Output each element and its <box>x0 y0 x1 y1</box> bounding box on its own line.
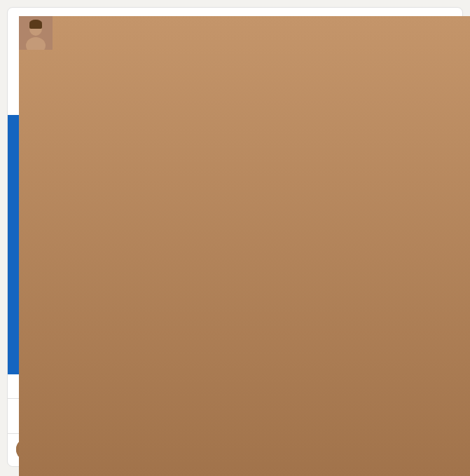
avatar-image <box>19 16 53 50</box>
svg-rect-4 <box>29 23 42 29</box>
post-card: Kristiyan S. • 2nd Talent Acquisition & … <box>7 7 463 467</box>
avatar[interactable] <box>19 16 53 50</box>
post-header-left: Kristiyan S. • 2nd Talent Acquisition & … <box>19 16 209 62</box>
post-header: Kristiyan S. • 2nd Talent Acquisition & … <box>8 8 462 68</box>
